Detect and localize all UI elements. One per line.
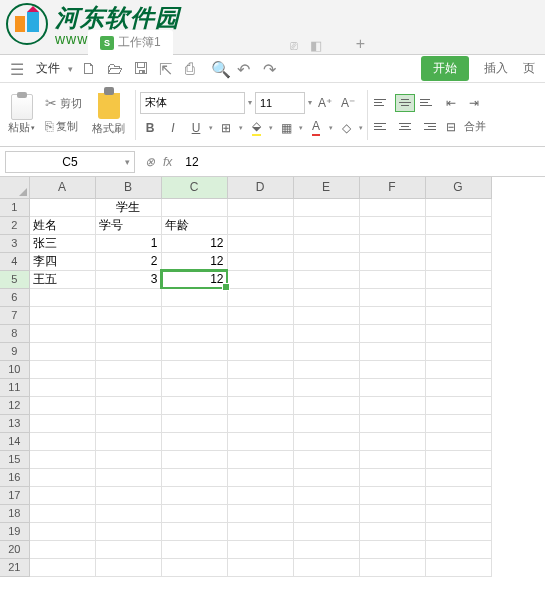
cell[interactable]: [425, 558, 491, 576]
cell[interactable]: [227, 396, 293, 414]
cell[interactable]: [425, 522, 491, 540]
cell[interactable]: [359, 396, 425, 414]
cell[interactable]: [29, 306, 95, 324]
cell[interactable]: [29, 414, 95, 432]
cell[interactable]: [161, 450, 227, 468]
cell[interactable]: [425, 486, 491, 504]
select-all-corner[interactable]: [0, 177, 29, 198]
cell[interactable]: [293, 522, 359, 540]
font-increase-button[interactable]: A⁺: [315, 93, 335, 113]
row-header[interactable]: 2: [0, 216, 29, 234]
cell[interactable]: [293, 288, 359, 306]
hamburger-icon[interactable]: ☰: [10, 60, 28, 78]
cell[interactable]: [293, 540, 359, 558]
formula-input[interactable]: [180, 155, 540, 169]
row-header[interactable]: 10: [0, 360, 29, 378]
cell[interactable]: [29, 360, 95, 378]
cell[interactable]: [359, 234, 425, 252]
cell[interactable]: [359, 198, 425, 216]
cell-active[interactable]: 12: [161, 270, 227, 288]
cell[interactable]: [29, 450, 95, 468]
cell[interactable]: 3: [95, 270, 161, 288]
cell[interactable]: [293, 396, 359, 414]
paste-button[interactable]: 粘贴▾: [8, 94, 35, 135]
cell[interactable]: [227, 360, 293, 378]
cell[interactable]: [425, 216, 491, 234]
cell[interactable]: [161, 486, 227, 504]
border-button[interactable]: ⊞: [216, 118, 236, 138]
cell[interactable]: [293, 468, 359, 486]
cell[interactable]: [95, 450, 161, 468]
cell[interactable]: [293, 252, 359, 270]
cell[interactable]: [293, 558, 359, 576]
cell[interactable]: [29, 432, 95, 450]
font-name-select[interactable]: [140, 92, 245, 114]
cell[interactable]: 学号: [95, 216, 161, 234]
cell[interactable]: [95, 324, 161, 342]
cell[interactable]: [293, 324, 359, 342]
cell[interactable]: [161, 342, 227, 360]
file-menu[interactable]: 文件: [36, 60, 60, 77]
font-color-button[interactable]: A: [306, 118, 326, 138]
italic-button[interactable]: I: [163, 118, 183, 138]
cell[interactable]: [161, 504, 227, 522]
cell[interactable]: [359, 360, 425, 378]
cell[interactable]: [227, 504, 293, 522]
cell[interactable]: [29, 558, 95, 576]
cell[interactable]: [29, 288, 95, 306]
cell[interactable]: [359, 450, 425, 468]
cell[interactable]: [161, 414, 227, 432]
row-header[interactable]: 1: [0, 198, 29, 216]
cell[interactable]: [95, 414, 161, 432]
cell[interactable]: [359, 216, 425, 234]
copy-button[interactable]: ⎘复制: [41, 116, 86, 136]
cell[interactable]: [227, 270, 293, 288]
bold-button[interactable]: B: [140, 118, 160, 138]
row-header[interactable]: 8: [0, 324, 29, 342]
cell[interactable]: [227, 432, 293, 450]
row-header[interactable]: 4: [0, 252, 29, 270]
align-center-button[interactable]: [395, 118, 415, 136]
cell[interactable]: [425, 414, 491, 432]
cell[interactable]: 12: [161, 234, 227, 252]
row-header[interactable]: 7: [0, 306, 29, 324]
cell[interactable]: [293, 432, 359, 450]
print-icon[interactable]: ⎙: [185, 60, 203, 78]
tab-insert[interactable]: 插入: [484, 60, 508, 77]
col-header-B[interactable]: B: [95, 177, 161, 198]
cell[interactable]: [95, 540, 161, 558]
cell[interactable]: [425, 432, 491, 450]
font-decrease-button[interactable]: A⁻: [338, 93, 358, 113]
cell[interactable]: [425, 378, 491, 396]
new-tab-button[interactable]: +: [356, 35, 365, 53]
cell[interactable]: [293, 486, 359, 504]
cell[interactable]: [359, 486, 425, 504]
cell[interactable]: [161, 198, 227, 216]
cell[interactable]: [227, 288, 293, 306]
merge-button[interactable]: ⊟: [441, 117, 461, 137]
align-middle-button[interactable]: [395, 94, 415, 112]
cell[interactable]: [293, 450, 359, 468]
cell[interactable]: [359, 468, 425, 486]
cell[interactable]: [293, 198, 359, 216]
cell[interactable]: [359, 306, 425, 324]
clear-format-button[interactable]: ◇: [336, 118, 356, 138]
cell[interactable]: 年龄: [161, 216, 227, 234]
indent-decrease-button[interactable]: ⇤: [441, 93, 461, 113]
indent-increase-button[interactable]: ⇥: [464, 93, 484, 113]
cell[interactable]: [359, 540, 425, 558]
preview-icon[interactable]: 🔍: [211, 60, 229, 78]
redo-icon[interactable]: ↷: [263, 60, 281, 78]
cell[interactable]: [359, 504, 425, 522]
cell[interactable]: [425, 270, 491, 288]
cell[interactable]: [227, 342, 293, 360]
cell[interactable]: [227, 234, 293, 252]
row-header[interactable]: 16: [0, 468, 29, 486]
row-header[interactable]: 21: [0, 558, 29, 576]
cell[interactable]: [95, 342, 161, 360]
cell[interactable]: [425, 396, 491, 414]
open-folder-icon[interactable]: 🗁: [107, 60, 125, 78]
cell[interactable]: 学生: [95, 198, 161, 216]
cell[interactable]: [293, 270, 359, 288]
monitor-icon[interactable]: ⎚: [290, 38, 298, 53]
